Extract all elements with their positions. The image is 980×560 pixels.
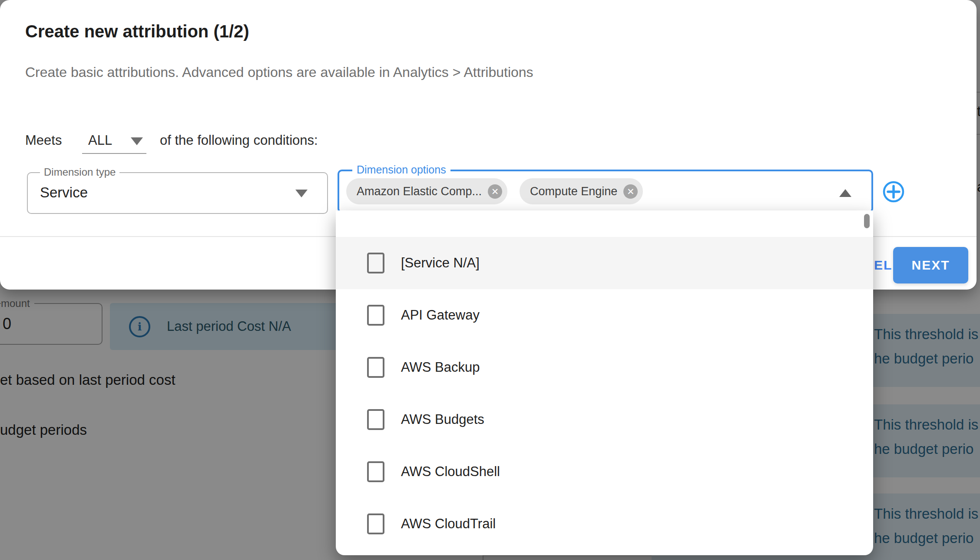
option-row[interactable]: [Service N/A] bbox=[336, 237, 873, 289]
option-checkbox[interactable] bbox=[367, 409, 384, 430]
screen: mount 0 i Last period Cost N/A et based … bbox=[0, 0, 980, 560]
option-list: [Service N/A] API Gateway AWS Backup AWS… bbox=[336, 237, 873, 550]
chip-remove-icon[interactable]: ✕ bbox=[623, 184, 638, 199]
dimension-options-dropdown: [Service N/A] API Gateway AWS Backup AWS… bbox=[336, 210, 873, 555]
plus-icon bbox=[882, 180, 905, 203]
option-label: [Service N/A] bbox=[401, 255, 480, 271]
option-row[interactable]: AWS CloudShell bbox=[336, 446, 873, 498]
condition-prefix-label: Meets bbox=[25, 133, 62, 148]
dimension-options-field[interactable]: Dimension options Amazon Elastic Comp...… bbox=[338, 170, 873, 213]
option-label: AWS CloudShell bbox=[401, 464, 500, 480]
dialog-title: Create new attribution (1/2) bbox=[25, 22, 249, 41]
next-button[interactable]: NEXT bbox=[893, 247, 968, 283]
chevron-down-icon bbox=[131, 137, 143, 145]
dimension-options-label: Dimension options bbox=[352, 163, 450, 176]
selected-option-chip[interactable]: Compute Engine ✕ bbox=[520, 178, 643, 204]
option-checkbox[interactable] bbox=[367, 253, 384, 273]
option-checkbox[interactable] bbox=[367, 513, 384, 534]
dimension-type-select[interactable]: Dimension type Service bbox=[27, 172, 328, 214]
condition-operator-select[interactable]: ALL bbox=[82, 130, 146, 154]
scrollbar-thumb[interactable] bbox=[864, 214, 870, 228]
option-row[interactable]: AWS Backup bbox=[336, 341, 873, 393]
option-checkbox[interactable] bbox=[367, 305, 384, 326]
condition-suffix-label: of the following conditions: bbox=[160, 133, 318, 148]
cancel-button[interactable]: EL bbox=[874, 246, 892, 284]
chip-label: Compute Engine bbox=[530, 185, 617, 198]
option-checkbox[interactable] bbox=[367, 461, 384, 482]
option-row[interactable]: AWS Budgets bbox=[336, 393, 873, 446]
option-label: AWS CloudTrail bbox=[401, 516, 496, 532]
dimension-type-value: Service bbox=[40, 173, 88, 212]
option-row[interactable]: AWS CloudTrail bbox=[336, 498, 873, 550]
chevron-down-icon bbox=[295, 190, 308, 197]
chip-label: Amazon Elastic Comp... bbox=[357, 185, 482, 198]
condition-operator-value: ALL bbox=[88, 133, 112, 148]
chevron-up-icon[interactable] bbox=[839, 189, 851, 197]
option-label: API Gateway bbox=[401, 307, 480, 323]
add-condition-button[interactable] bbox=[882, 180, 905, 203]
selected-option-chip[interactable]: Amazon Elastic Comp... ✕ bbox=[346, 178, 507, 204]
option-checkbox[interactable] bbox=[367, 357, 384, 378]
option-label: AWS Budgets bbox=[401, 412, 484, 427]
option-label: AWS Backup bbox=[401, 360, 480, 375]
chip-remove-icon[interactable]: ✕ bbox=[488, 184, 502, 199]
option-row[interactable]: API Gateway bbox=[336, 289, 873, 341]
dialog-subtitle: Create basic attributions. Advanced opti… bbox=[25, 64, 533, 80]
